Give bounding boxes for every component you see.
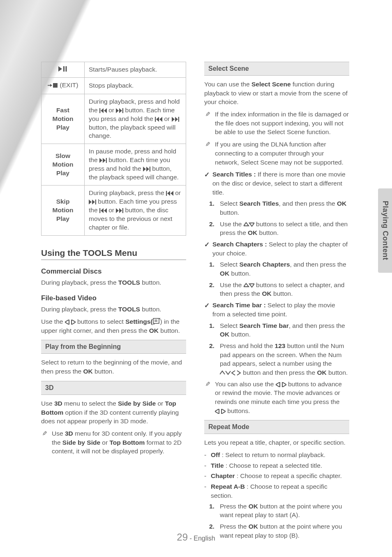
svg-marker-41 bbox=[244, 283, 249, 287]
search-titles-lead: ✓ Search Titles : If there is more than … bbox=[204, 170, 349, 197]
svg-marker-25 bbox=[167, 191, 170, 196]
svg-marker-16 bbox=[175, 117, 178, 122]
play-beginning-text: Select to return to the beginning of the… bbox=[41, 358, 186, 376]
svg-rect-11 bbox=[122, 108, 123, 113]
table-label-cell: SkipMotionPlay bbox=[42, 186, 85, 236]
skip-prev-icon bbox=[166, 191, 173, 196]
svg-rect-24 bbox=[166, 191, 167, 196]
page-number: 29 bbox=[177, 531, 188, 543]
svg-rect-20 bbox=[106, 158, 107, 163]
table-label-cell: (EXIT) bbox=[42, 77, 85, 94]
svg-rect-29 bbox=[95, 200, 96, 204]
search-chapters-lead-text: Search Chapters : Select to play the cha… bbox=[212, 241, 348, 257]
table-label-cell bbox=[42, 62, 85, 78]
svg-marker-26 bbox=[171, 191, 173, 196]
search-time-lead-text: Search Time bar : Select to play the mov… bbox=[212, 302, 335, 318]
check-icon: ✓ bbox=[204, 240, 210, 249]
page-footer: 29 - English bbox=[0, 531, 392, 543]
svg-rect-30 bbox=[99, 208, 100, 213]
svg-marker-9 bbox=[116, 108, 119, 113]
table-row: SlowMotionPlayIn pause mode, press and h… bbox=[42, 144, 186, 186]
skip-next-icon bbox=[89, 200, 96, 204]
svg-marker-10 bbox=[119, 108, 122, 113]
table-label-cell: SlowMotionPlay bbox=[42, 144, 85, 186]
svg-marker-39 bbox=[244, 223, 249, 226]
search-time-steps: 1.Select Search Time bar, and then press… bbox=[204, 321, 349, 377]
svg-marker-22 bbox=[146, 167, 149, 172]
table-row: Starts/Pauses playback. bbox=[42, 62, 186, 78]
skip-next-icon bbox=[116, 208, 123, 213]
svg-marker-34 bbox=[119, 208, 122, 213]
check-icon: ✓ bbox=[204, 301, 210, 310]
play-pause-icon bbox=[58, 66, 67, 72]
skip-next-icon bbox=[116, 108, 123, 113]
skip-prev-icon bbox=[99, 208, 107, 213]
svg-marker-14 bbox=[159, 117, 162, 122]
svg-marker-46 bbox=[221, 409, 226, 414]
step-item: 2.Use the buttons to select a chapter, a… bbox=[220, 281, 349, 298]
content-area: Starts/Pauses playback. (EXIT)Stops play… bbox=[41, 62, 349, 542]
svg-marker-21 bbox=[143, 167, 146, 172]
svg-rect-1 bbox=[63, 66, 65, 72]
left-right-icon bbox=[215, 409, 226, 414]
table-row: SkipMotionPlayDuring playback, press the… bbox=[42, 186, 186, 236]
table-desc-cell: Starts/Pauses playback. bbox=[85, 62, 186, 78]
svg-marker-31 bbox=[101, 208, 104, 213]
search-time-note: You can also use the buttons to advance … bbox=[204, 380, 349, 415]
search-chapters-lead: ✓ Search Chapters : Select to play the c… bbox=[204, 240, 349, 258]
svg-rect-5 bbox=[53, 83, 58, 88]
skip-prev-icon bbox=[155, 117, 162, 122]
svg-rect-6 bbox=[99, 108, 100, 113]
commercial-heading: Commercial Discs bbox=[41, 267, 186, 276]
step-item: 2.Press and hold the 123 button until th… bbox=[220, 341, 349, 377]
table-desc-cell: During playback, press the or button. Ea… bbox=[85, 186, 186, 236]
3d-note: Use 3D menu for 3D content only. If you … bbox=[41, 429, 186, 456]
step-item: 1.Press the OK button at the point where… bbox=[220, 502, 349, 520]
left-column: Starts/Pauses playback. (EXIT)Stops play… bbox=[41, 62, 186, 542]
check-icon: ✓ bbox=[204, 170, 210, 179]
3d-text: Use 3D menu to select the Side by Side o… bbox=[41, 399, 186, 426]
settings-icon bbox=[153, 318, 160, 325]
stop-exit-icon bbox=[48, 83, 58, 88]
select-scene-intro: You can use the Select Scene function du… bbox=[204, 80, 349, 107]
search-time-note-item: You can also use the buttons to advance … bbox=[204, 380, 349, 415]
filebased-p2: Use the buttons to select Settings() in … bbox=[41, 317, 186, 335]
search-chapters-steps: 1.Select Search Chapters, and then press… bbox=[204, 260, 349, 298]
step-item: 1.Select Search Chapters, and then press… bbox=[220, 260, 349, 278]
left-right-icon bbox=[276, 382, 286, 387]
svg-marker-40 bbox=[249, 223, 254, 226]
repeat-item: Off : Select to return to normal playbac… bbox=[204, 450, 349, 460]
svg-marker-44 bbox=[282, 382, 286, 387]
up-down-left-right-icon bbox=[220, 370, 241, 376]
up-down-icon bbox=[244, 222, 254, 227]
svg-marker-43 bbox=[276, 382, 280, 387]
svg-marker-19 bbox=[103, 158, 106, 163]
svg-marker-27 bbox=[89, 200, 92, 204]
svg-rect-38 bbox=[153, 318, 159, 323]
svg-marker-15 bbox=[172, 117, 175, 122]
svg-rect-23 bbox=[150, 167, 150, 172]
table-desc-cell: Stops playback. bbox=[85, 77, 186, 94]
step-item: 1.Select Search Time bar, and then press… bbox=[220, 321, 349, 339]
repeat-items: Off : Select to return to normal playbac… bbox=[204, 450, 349, 500]
3d-notes: Use 3D menu for 3D content only. If you … bbox=[41, 429, 186, 456]
table-desc-cell: In pause mode, press and hold the button… bbox=[85, 144, 186, 186]
filebased-p1: During playback, press the TOOLS button. bbox=[41, 305, 186, 314]
svg-marker-18 bbox=[99, 158, 102, 163]
svg-marker-32 bbox=[104, 208, 107, 213]
search-titles-lead-text: Search Titles : If there is more than on… bbox=[212, 171, 346, 195]
svg-marker-36 bbox=[65, 320, 69, 325]
footer-lang: English bbox=[194, 535, 215, 542]
repeat-item: Repeat A-B : Choose to repeat a specific… bbox=[204, 482, 349, 500]
search-time-lead: ✓ Search Time bar : Select to play the m… bbox=[204, 301, 349, 318]
select-scene-box: Select Scene bbox=[204, 62, 349, 76]
filebased-heading: File-based Video bbox=[41, 294, 186, 302]
svg-marker-37 bbox=[71, 320, 76, 325]
svg-marker-28 bbox=[92, 200, 95, 204]
select-scene-note-2: If you are using the DLNA function after… bbox=[204, 140, 349, 167]
svg-marker-8 bbox=[104, 108, 107, 113]
svg-rect-12 bbox=[155, 117, 156, 122]
repeat-box: Repeat Mode bbox=[204, 420, 349, 434]
select-scene-notes: If the index information in the file is … bbox=[204, 110, 349, 167]
table-desc-cell: During playback, press and hold the or b… bbox=[85, 94, 186, 144]
